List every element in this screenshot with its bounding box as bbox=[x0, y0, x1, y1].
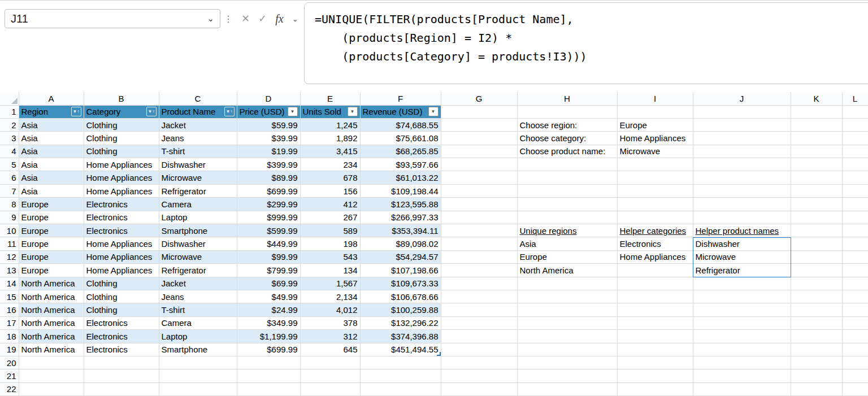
cell-A20[interactable] bbox=[19, 356, 84, 369]
cell-J20[interactable] bbox=[693, 356, 791, 369]
row-header-6[interactable]: 6 bbox=[0, 171, 19, 184]
cell-L19[interactable] bbox=[842, 343, 868, 356]
cell-A5[interactable]: Asia bbox=[19, 158, 84, 171]
cell-I6[interactable] bbox=[617, 171, 693, 184]
column-header-H[interactable]: H bbox=[517, 92, 617, 105]
cell-K9[interactable] bbox=[791, 211, 842, 224]
cell-F14[interactable]: $109,673.33 bbox=[360, 277, 441, 290]
column-header-D[interactable]: D bbox=[237, 92, 300, 105]
chevron-down-icon[interactable]: ⌄ bbox=[207, 14, 214, 24]
column-header-E[interactable]: E bbox=[300, 92, 360, 105]
cell-E2[interactable]: 1,245 bbox=[300, 118, 360, 131]
cell-L12[interactable] bbox=[842, 250, 868, 263]
cell-C5[interactable]: Dishwasher bbox=[159, 158, 237, 171]
cell-K20[interactable] bbox=[791, 356, 842, 369]
cell-I12[interactable]: Home Appliances bbox=[617, 250, 693, 263]
cell-C13[interactable]: Refrigerator bbox=[159, 264, 237, 277]
cell-H16[interactable] bbox=[517, 303, 617, 316]
cell-G7[interactable] bbox=[441, 184, 517, 197]
cell-D15[interactable]: $49.99 bbox=[237, 290, 300, 303]
cell-A12[interactable]: Europe bbox=[19, 250, 84, 263]
cell-C22[interactable] bbox=[159, 382, 237, 395]
cell-B8[interactable]: Electronics bbox=[84, 198, 159, 211]
row-header-1[interactable]: 1 bbox=[0, 105, 19, 118]
more-options-icon[interactable]: ⋮ bbox=[224, 14, 233, 24]
insert-function-icon[interactable]: fx bbox=[275, 12, 283, 25]
cell-L17[interactable] bbox=[842, 316, 868, 329]
cancel-icon[interactable]: ✕ bbox=[241, 12, 250, 25]
column-header-F[interactable]: F bbox=[360, 92, 441, 105]
cell-D6[interactable]: $89.99 bbox=[237, 171, 300, 184]
cell-B17[interactable]: Electronics bbox=[84, 316, 159, 329]
cell-J3[interactable] bbox=[693, 132, 791, 145]
cell-L22[interactable] bbox=[842, 382, 868, 395]
cell-H8[interactable] bbox=[517, 198, 617, 211]
cell-G13[interactable] bbox=[441, 264, 517, 277]
cell-B4[interactable]: Clothing bbox=[84, 145, 159, 158]
cell-C2[interactable]: Jacket bbox=[159, 118, 237, 131]
cell-F17[interactable]: $132,296.22 bbox=[360, 316, 441, 329]
cell-F5[interactable]: $93,597.66 bbox=[360, 158, 441, 171]
cell-L4[interactable] bbox=[842, 145, 868, 158]
cell-I19[interactable] bbox=[617, 343, 693, 356]
cell-J14[interactable] bbox=[693, 277, 791, 290]
cell-C7[interactable]: Refrigerator bbox=[159, 184, 237, 197]
cell-E9[interactable]: 267 bbox=[300, 211, 360, 224]
cell-D18[interactable]: $1,199.99 bbox=[237, 330, 300, 343]
cell-H20[interactable] bbox=[517, 356, 617, 369]
cell-J16[interactable] bbox=[693, 303, 791, 316]
cell-A8[interactable]: Europe bbox=[19, 198, 84, 211]
cell-L1[interactable] bbox=[842, 105, 868, 118]
cell-I15[interactable] bbox=[617, 290, 693, 303]
cell-K4[interactable] bbox=[791, 145, 842, 158]
cell-D13[interactable]: $799.99 bbox=[237, 264, 300, 277]
cell-C19[interactable]: Smartphone bbox=[159, 343, 237, 356]
cell-J9[interactable] bbox=[693, 211, 791, 224]
cell-L3[interactable] bbox=[842, 132, 868, 145]
cell-D4[interactable]: $19.99 bbox=[237, 145, 300, 158]
cell-B20[interactable] bbox=[84, 356, 159, 369]
cell-H9[interactable] bbox=[517, 211, 617, 224]
cell-D19[interactable]: $699.99 bbox=[237, 343, 300, 356]
cell-J7[interactable] bbox=[693, 184, 791, 197]
cell-C4[interactable]: T-shirt bbox=[159, 145, 237, 158]
cell-A7[interactable]: Asia bbox=[19, 184, 84, 197]
cell-J17[interactable] bbox=[693, 316, 791, 329]
cell-D5[interactable]: $399.99 bbox=[237, 158, 300, 171]
cell-G11[interactable] bbox=[441, 237, 517, 250]
cell-I20[interactable] bbox=[617, 356, 693, 369]
cell-J19[interactable] bbox=[693, 343, 791, 356]
cell-B3[interactable]: Clothing bbox=[84, 132, 159, 145]
cell-C15[interactable]: Jeans bbox=[159, 290, 237, 303]
cell-H15[interactable] bbox=[517, 290, 617, 303]
cell-B19[interactable]: Electronics bbox=[84, 343, 159, 356]
row-header-4[interactable]: 4 bbox=[0, 145, 19, 158]
table-header-cell-E1[interactable]: Units Sold▼ bbox=[300, 105, 360, 118]
filter-button[interactable]: ▼ bbox=[348, 107, 358, 116]
cell-K5[interactable] bbox=[791, 158, 842, 171]
cell-A4[interactable]: Asia bbox=[19, 145, 84, 158]
cell-H4[interactable]: Choose product name: bbox=[517, 145, 617, 158]
cell-D20[interactable] bbox=[237, 356, 300, 369]
chevron-down-icon[interactable]: ⌄ bbox=[292, 15, 298, 23]
cell-B11[interactable]: Home Appliances bbox=[84, 237, 159, 250]
cell-D11[interactable]: $449.99 bbox=[237, 237, 300, 250]
cell-B14[interactable]: Clothing bbox=[84, 277, 159, 290]
cell-A10[interactable]: Europe bbox=[19, 224, 84, 237]
cell-C16[interactable]: T-shirt bbox=[159, 303, 237, 316]
cell-L10[interactable] bbox=[842, 224, 868, 237]
table-header-cell-C1[interactable]: Product Name▼↑ bbox=[159, 105, 237, 118]
cell-D22[interactable] bbox=[237, 382, 300, 395]
cell-D14[interactable]: $69.99 bbox=[237, 277, 300, 290]
cell-G9[interactable] bbox=[441, 211, 517, 224]
cell-E21[interactable] bbox=[300, 369, 360, 382]
cell-F15[interactable]: $106,678.66 bbox=[360, 290, 441, 303]
select-all-button[interactable] bbox=[0, 92, 19, 105]
cell-E5[interactable]: 234 bbox=[300, 158, 360, 171]
cell-E22[interactable] bbox=[300, 382, 360, 395]
cell-B10[interactable]: Electronics bbox=[84, 224, 159, 237]
cell-H7[interactable] bbox=[517, 184, 617, 197]
column-header-G[interactable]: G bbox=[441, 92, 517, 105]
cell-A22[interactable] bbox=[19, 382, 84, 395]
cell-E13[interactable]: 134 bbox=[300, 264, 360, 277]
